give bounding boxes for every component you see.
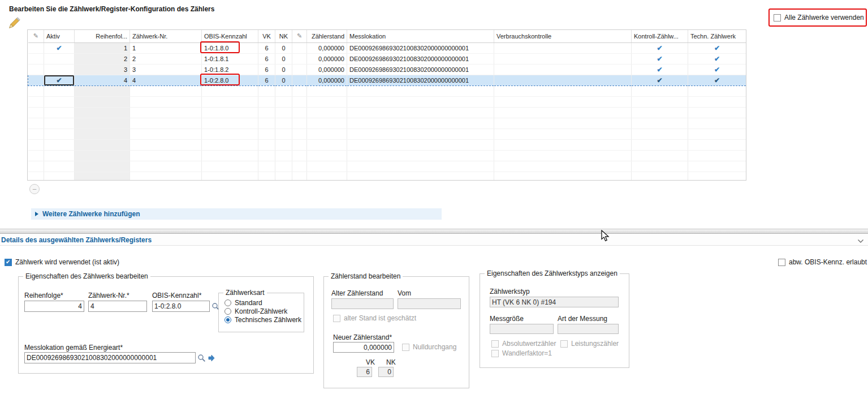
vk-label: VK: [366, 358, 375, 366]
cell-nk[interactable]: 0: [275, 53, 292, 64]
empty-row: [28, 96, 746, 107]
cell-row-edit[interactable]: [28, 42, 44, 53]
add-registers-expander[interactable]: Weitere Zählwerke hinzufügen: [31, 208, 442, 220]
collapse-details-icon[interactable]: [857, 237, 864, 245]
cell-row-edit[interactable]: [28, 64, 44, 75]
radio-standard[interactable]: Standard: [224, 299, 262, 307]
cell-messlokation[interactable]: DE00092698693021008302000000000001: [347, 53, 494, 64]
checkbox-icon[interactable]: [774, 14, 781, 22]
checkbox-disabled-icon: [333, 315, 340, 322]
type-groupbox: Eigenschaften des Zählwerkstyps anzeigen…: [480, 273, 629, 368]
abw-obis-checkbox[interactable]: abw. OBIS-Kennz. erlaubt: [778, 258, 867, 266]
cell-zaehlwerk-nr[interactable]: 3: [130, 64, 202, 75]
header-edit-column-2[interactable]: ✎: [292, 30, 307, 42]
reihenfolge-field[interactable]: [24, 301, 84, 312]
cell-edit[interactable]: [292, 42, 307, 53]
header-reihenfolge[interactable]: Reihenfol...: [75, 30, 130, 42]
empty-row: [28, 107, 746, 118]
header-vk[interactable]: VK: [258, 30, 275, 42]
table-row[interactable]: 2 2 1-0:1.8.1 6 0 0,000000 DE00092698693…: [28, 53, 746, 64]
cell-aktiv[interactable]: ✔: [44, 75, 75, 85]
cell-verbrauchskontrolle[interactable]: [494, 75, 632, 85]
cell-zaehlwerk-nr[interactable]: 4: [130, 75, 202, 85]
header-messlokation[interactable]: Messlokation: [347, 30, 494, 42]
remove-register-button[interactable]: −: [29, 184, 40, 194]
cell-aktiv[interactable]: ✔: [44, 42, 75, 53]
cell-zaehlerstand[interactable]: 0,000000: [307, 42, 347, 53]
cell-vk[interactable]: 6: [258, 53, 275, 64]
cell-zaehlwerk-nr[interactable]: 2: [130, 53, 202, 64]
header-aktiv[interactable]: Aktiv: [44, 30, 75, 42]
cell-messlokation[interactable]: DE00092698693021008302000000000001: [347, 64, 494, 75]
obis-field[interactable]: [152, 301, 210, 312]
cell-reihenfolge[interactable]: 4: [75, 75, 130, 85]
cell-edit[interactable]: [292, 75, 307, 85]
cell-vk[interactable]: 6: [258, 64, 275, 75]
zaehlwerk-nr-field[interactable]: [88, 301, 147, 312]
cell-aktiv[interactable]: [44, 64, 75, 75]
cell-edit[interactable]: [292, 53, 307, 64]
radio-icon[interactable]: [224, 299, 231, 306]
cell-zaehlerstand[interactable]: 0,000000: [307, 53, 347, 64]
messgroesse-field: [490, 324, 554, 334]
table-row[interactable]: ✔ 1 1 1-0:1.8.0 6 0 0,000000 DE000926986…: [28, 42, 746, 53]
messlokation-search-icon[interactable]: [197, 354, 206, 364]
table-row-selected[interactable]: ✔ 4 4 1-0:2.8.0 6 0 0,000000 DE000926986…: [28, 75, 746, 85]
header-zaehlerstand[interactable]: Zählerstand: [307, 30, 347, 42]
cell-kontroll[interactable]: ✔: [632, 75, 688, 85]
cell-row-edit[interactable]: [28, 53, 44, 64]
neuer-zaehlerstand-field[interactable]: [333, 342, 394, 353]
cell-obis[interactable]: 1-0:1.8.2: [202, 64, 258, 75]
cell-vk[interactable]: 6: [258, 75, 275, 85]
cell-techn[interactable]: ✔: [688, 42, 746, 53]
messlokation-field[interactable]: [24, 352, 196, 363]
cell-reihenfolge[interactable]: 3: [75, 64, 130, 75]
checkbox-checked-icon[interactable]: [5, 259, 12, 266]
cell-vk[interactable]: 6: [258, 42, 275, 53]
radio-selected-icon[interactable]: [224, 316, 231, 323]
cell-zaehlerstand[interactable]: 0,000000: [307, 64, 347, 75]
messlokation-goto-icon[interactable]: [208, 354, 215, 363]
cell-nk[interactable]: 0: [275, 64, 292, 75]
radio-icon[interactable]: [224, 308, 231, 315]
cell-obis[interactable]: 1-0:2.8.0: [202, 75, 258, 85]
cell-kontroll[interactable]: ✔: [632, 53, 688, 64]
header-kontroll-zaehlwerk[interactable]: Kontroll-Zählw...: [632, 30, 688, 42]
properties-groupbox: Eigenschaften des Zählwerks bearbeiten R…: [18, 276, 314, 374]
cell-obis[interactable]: 1-0:1.8.0: [202, 42, 258, 53]
cell-zaehlwerk-nr[interactable]: 1: [130, 42, 202, 53]
cell-messlokation[interactable]: DE00092698693021008302000000000001: [347, 42, 494, 53]
cell-zaehlerstand[interactable]: 0,000000: [307, 75, 347, 85]
checkbox-icon[interactable]: [778, 259, 785, 266]
header-obis[interactable]: OBIS-Kennzahl: [202, 30, 258, 42]
header-techn-zaehlwerk[interactable]: Techn. Zählwerk: [688, 30, 746, 42]
cell-obis[interactable]: 1-0:1.8.1: [202, 53, 258, 64]
radio-technisches-zaehlwerk[interactable]: Technisches Zählwerk: [224, 316, 301, 324]
add-registers-link[interactable]: Weitere Zählwerke hinzufügen: [42, 210, 140, 218]
cell-verbrauchskontrolle[interactable]: [494, 53, 632, 64]
cell-nk[interactable]: 0: [275, 75, 292, 85]
cell-reihenfolge[interactable]: 2: [75, 53, 130, 64]
radio-kontroll-zaehlwerk[interactable]: Kontroll-Zählwerk: [224, 307, 287, 315]
cell-techn[interactable]: ✔: [688, 75, 746, 85]
header-verbrauchskontrolle[interactable]: Verbrauchskontrolle: [494, 30, 632, 42]
cell-row-edit[interactable]: [28, 75, 44, 85]
header-zaehlwerk-nr[interactable]: Zählwerk-Nr.: [130, 30, 202, 42]
cell-reihenfolge[interactable]: 1: [75, 42, 130, 53]
cell-techn[interactable]: ✔: [688, 64, 746, 75]
cell-edit[interactable]: [292, 64, 307, 75]
cell-aktiv[interactable]: [44, 53, 75, 64]
header-edit-column[interactable]: ✎: [28, 30, 44, 42]
cell-messlokation[interactable]: DE00092698693021008302000000000001: [347, 75, 494, 85]
header-nk[interactable]: NK: [275, 30, 292, 42]
cell-kontroll[interactable]: ✔: [632, 42, 688, 53]
splitter-bar[interactable]: [0, 229, 868, 234]
cell-verbrauchskontrolle[interactable]: [494, 64, 632, 75]
cell-verbrauchskontrolle[interactable]: [494, 42, 632, 53]
cell-techn[interactable]: ✔: [688, 53, 746, 64]
register-active-checkbox[interactable]: Zählwerk wird verwendet (ist aktiv): [5, 258, 119, 266]
all-registers-checkbox[interactable]: Alle Zählwerke verwenden: [774, 14, 864, 22]
table-row[interactable]: 3 3 1-0:1.8.2 6 0 0,000000 DE00092698693…: [28, 64, 746, 75]
cell-nk[interactable]: 0: [275, 42, 292, 53]
cell-kontroll[interactable]: ✔: [632, 64, 688, 75]
